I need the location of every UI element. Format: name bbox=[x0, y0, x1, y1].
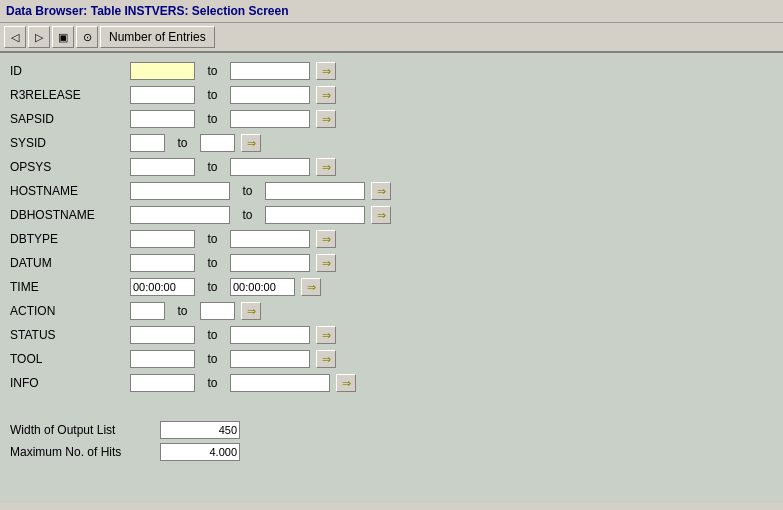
input-sysid-to[interactable] bbox=[200, 134, 235, 152]
arrow-time[interactable]: ⇒ bbox=[301, 278, 321, 296]
arrow-tool[interactable]: ⇒ bbox=[316, 350, 336, 368]
save-button[interactable]: ▣ bbox=[52, 26, 74, 48]
input-time-to[interactable] bbox=[230, 278, 295, 296]
field-row-sapsid: SAPSID to ⇒ bbox=[10, 109, 773, 129]
field-row-time: TIME to ⇒ bbox=[10, 277, 773, 297]
label-opsys: OPSYS bbox=[10, 160, 130, 174]
field-row-tool: TOOL to ⇒ bbox=[10, 349, 773, 369]
arrow-status[interactable]: ⇒ bbox=[316, 326, 336, 344]
input-datum-from[interactable] bbox=[130, 254, 195, 272]
input-status-to[interactable] bbox=[230, 326, 310, 344]
field-row-dbtype: DBTYPE to ⇒ bbox=[10, 229, 773, 249]
label-sapsid: SAPSID bbox=[10, 112, 130, 126]
main-content: ID to ⇒ R3RELEASE to ⇒ SAPSID to ⇒ SYSID… bbox=[0, 53, 783, 503]
label-dbhostname: DBHOSTNAME bbox=[10, 208, 130, 222]
to-label-sapsid: to bbox=[195, 112, 230, 126]
arrow-icon-dbhostname: ⇒ bbox=[377, 209, 386, 222]
arrow-icon-status: ⇒ bbox=[322, 329, 331, 342]
label-dbtype: DBTYPE bbox=[10, 232, 130, 246]
field-row-opsys: OPSYS to ⇒ bbox=[10, 157, 773, 177]
input-info-to[interactable] bbox=[230, 374, 330, 392]
label-hostname: HOSTNAME bbox=[10, 184, 130, 198]
back-icon: ◁ bbox=[11, 31, 19, 44]
input-hostname-from[interactable] bbox=[130, 182, 230, 200]
input-action-to[interactable] bbox=[200, 302, 235, 320]
field-row-r3release: R3RELEASE to ⇒ bbox=[10, 85, 773, 105]
arrow-icon-tool: ⇒ bbox=[322, 353, 331, 366]
input-r3release-from[interactable] bbox=[130, 86, 195, 104]
arrow-dbtype[interactable]: ⇒ bbox=[316, 230, 336, 248]
field-row-dbhostname: DBHOSTNAME to ⇒ bbox=[10, 205, 773, 225]
input-dbtype-from[interactable] bbox=[130, 230, 195, 248]
arrow-icon-time: ⇒ bbox=[307, 281, 316, 294]
max-hits-row: Maximum No. of Hits bbox=[10, 443, 773, 461]
input-id-from[interactable] bbox=[130, 62, 195, 80]
width-input[interactable] bbox=[160, 421, 240, 439]
arrow-icon-datum: ⇒ bbox=[322, 257, 331, 270]
label-datum: DATUM bbox=[10, 256, 130, 270]
to-label-id: to bbox=[195, 64, 230, 78]
input-tool-to[interactable] bbox=[230, 350, 310, 368]
label-id: ID bbox=[10, 64, 130, 78]
input-sapsid-from[interactable] bbox=[130, 110, 195, 128]
input-time-from[interactable] bbox=[130, 278, 195, 296]
field-row-hostname: HOSTNAME to ⇒ bbox=[10, 181, 773, 201]
field-row-action: ACTION to ⇒ bbox=[10, 301, 773, 321]
input-sysid-from[interactable] bbox=[130, 134, 165, 152]
input-info-from[interactable] bbox=[130, 374, 195, 392]
max-hits-input[interactable] bbox=[160, 443, 240, 461]
help-button[interactable]: ⊙ bbox=[76, 26, 98, 48]
toolbar: ◁ ▷ ▣ ⊙ Number of Entries bbox=[0, 23, 783, 53]
input-dbhostname-from[interactable] bbox=[130, 206, 230, 224]
to-label-action: to bbox=[165, 304, 200, 318]
arrow-icon-action: ⇒ bbox=[247, 305, 256, 318]
to-label-dbhostname: to bbox=[230, 208, 265, 222]
field-row-info: INFO to ⇒ bbox=[10, 373, 773, 393]
to-label-r3release: to bbox=[195, 88, 230, 102]
to-label-dbtype: to bbox=[195, 232, 230, 246]
arrow-hostname[interactable]: ⇒ bbox=[371, 182, 391, 200]
forward-icon: ▷ bbox=[35, 31, 43, 44]
arrow-icon-sysid: ⇒ bbox=[247, 137, 256, 150]
arrow-action[interactable]: ⇒ bbox=[241, 302, 261, 320]
field-row-id: ID to ⇒ bbox=[10, 61, 773, 81]
forward-button[interactable]: ▷ bbox=[28, 26, 50, 48]
input-hostname-to[interactable] bbox=[265, 182, 365, 200]
num-entries-button[interactable]: Number of Entries bbox=[100, 26, 215, 48]
arrow-icon-sapsid: ⇒ bbox=[322, 113, 331, 126]
to-label-datum: to bbox=[195, 256, 230, 270]
input-action-from[interactable] bbox=[130, 302, 165, 320]
to-label-info: to bbox=[195, 376, 230, 390]
num-entries-label: Number of Entries bbox=[109, 30, 206, 44]
input-dbhostname-to[interactable] bbox=[265, 206, 365, 224]
label-status: STATUS bbox=[10, 328, 130, 342]
save-icon: ▣ bbox=[58, 31, 68, 44]
input-status-from[interactable] bbox=[130, 326, 195, 344]
label-sysid: SYSID bbox=[10, 136, 130, 150]
field-row-datum: DATUM to ⇒ bbox=[10, 253, 773, 273]
back-button[interactable]: ◁ bbox=[4, 26, 26, 48]
input-r3release-to[interactable] bbox=[230, 86, 310, 104]
label-tool: TOOL bbox=[10, 352, 130, 366]
arrow-datum[interactable]: ⇒ bbox=[316, 254, 336, 272]
title-bar: Data Browser: Table INSTVERS: Selection … bbox=[0, 0, 783, 23]
input-tool-from[interactable] bbox=[130, 350, 195, 368]
arrow-opsys[interactable]: ⇒ bbox=[316, 158, 336, 176]
arrow-icon-hostname: ⇒ bbox=[377, 185, 386, 198]
arrow-icon-r3release: ⇒ bbox=[322, 89, 331, 102]
input-sapsid-to[interactable] bbox=[230, 110, 310, 128]
input-dbtype-to[interactable] bbox=[230, 230, 310, 248]
input-opsys-to[interactable] bbox=[230, 158, 310, 176]
label-r3release: R3RELEASE bbox=[10, 88, 130, 102]
help-icon: ⊙ bbox=[83, 31, 92, 44]
arrow-info[interactable]: ⇒ bbox=[336, 374, 356, 392]
input-datum-to[interactable] bbox=[230, 254, 310, 272]
arrow-dbhostname[interactable]: ⇒ bbox=[371, 206, 391, 224]
input-opsys-from[interactable] bbox=[130, 158, 195, 176]
arrow-sapsid[interactable]: ⇒ bbox=[316, 110, 336, 128]
arrow-r3release[interactable]: ⇒ bbox=[316, 86, 336, 104]
width-row: Width of Output List bbox=[10, 421, 773, 439]
input-id-to[interactable] bbox=[230, 62, 310, 80]
arrow-id[interactable]: ⇒ bbox=[316, 62, 336, 80]
arrow-sysid[interactable]: ⇒ bbox=[241, 134, 261, 152]
